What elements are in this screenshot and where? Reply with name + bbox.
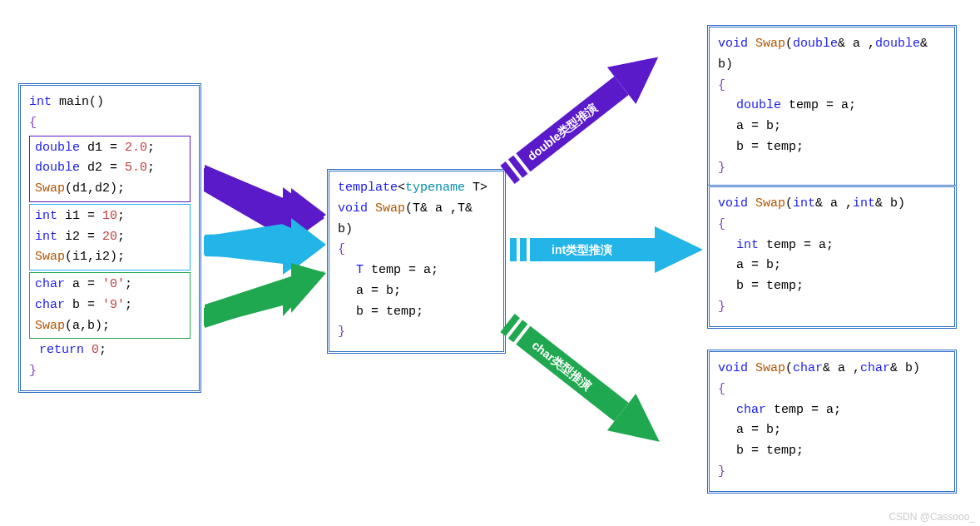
char-group: char a = '0'; char b = '9'; Swap(a,b); (29, 272, 191, 339)
svg-marker-3 (204, 266, 324, 330)
c-line3: a = b; (718, 420, 946, 441)
clean-left-arrows (205, 165, 326, 328)
svg-marker-18 (607, 394, 674, 460)
return-line: return 0; (29, 340, 191, 361)
line-d2: double d2 = 5.0; (35, 158, 185, 179)
tmpl-line5: b = temp; (338, 302, 495, 323)
line-a: char a = '0'; (35, 275, 185, 295)
double-group: double d1 = 2.0; double d2 = 5.0; Swap(d… (29, 136, 191, 202)
main-decl: int main() (29, 92, 191, 113)
tmpl-line1: template<typename T> (338, 178, 495, 199)
svg-rect-13 (530, 238, 655, 261)
c-line2: char temp = a; (718, 400, 946, 421)
label-int: int类型推演 (552, 243, 612, 256)
tmpl-line2: void Swap(T& a ,T& b) (338, 199, 495, 241)
c-line1: void Swap(char& a ,char& b) (718, 359, 946, 380)
arrow-green-left-redraw (204, 266, 324, 330)
svg-marker-10 (607, 38, 673, 104)
brace-open: { (338, 240, 495, 261)
line-swap-i: Swap(i1,i2); (35, 247, 185, 268)
brace-open: { (718, 215, 946, 236)
arrow-purple-right: double类型推演 (493, 38, 673, 193)
line-d1: double d1 = 2.0; (35, 138, 185, 159)
svg-rect-9 (516, 77, 628, 171)
line-i1: int i1 = 10; (35, 206, 185, 227)
line-swap-c: Swap(a,b); (35, 316, 185, 337)
brace-open: { (29, 113, 191, 134)
i-line4: b = temp; (718, 276, 946, 297)
label-char: char类型推演 (530, 338, 594, 392)
d-line4: b = temp; (718, 137, 946, 158)
brace-close: } (29, 361, 191, 382)
svg-rect-8 (508, 156, 528, 178)
tmpl-line4: a = b; (338, 281, 495, 302)
c-line4: b = temp; (718, 441, 946, 462)
d-line3: a = b; (718, 117, 946, 137)
watermark: CSDN @Cassooo_ (888, 511, 975, 523)
svg-rect-17 (516, 326, 628, 421)
int-group: int i1 = 10; int i2 = 20; Swap(i1,i2); (29, 204, 191, 270)
line-i2: int i2 = 20; (35, 227, 185, 248)
line-swap-d: Swap(d1,d2); (35, 179, 185, 200)
svg-marker-6 (205, 263, 326, 328)
i-line3: a = b; (718, 256, 946, 276)
svg-marker-5 (205, 218, 326, 271)
tmpl-line3: T temp = a; (338, 261, 495, 281)
template-code-box: template<typename T> void Swap(T& a ,T& … (327, 169, 506, 354)
brace-close: } (718, 158, 946, 179)
brace-close: } (718, 297, 946, 318)
d-line1: void Swap(double& a ,double& b) (718, 34, 946, 76)
label-double: double类型推演 (525, 101, 600, 163)
main-fn: main (59, 95, 89, 109)
brace-open: { (718, 76, 946, 97)
svg-marker-0 (204, 168, 324, 248)
arrow-cyan-left (204, 213, 324, 275)
brace-open: { (718, 380, 946, 400)
int-swap-box: void Swap(int& a ,int& b) { int temp = a… (707, 185, 957, 329)
svg-marker-1 (204, 213, 324, 275)
line-b: char b = '9'; (35, 295, 185, 316)
kw-int: int (29, 95, 52, 109)
svg-rect-11 (510, 238, 517, 261)
svg-rect-12 (520, 238, 527, 261)
i-line1: void Swap(int& a ,int& b) (718, 194, 946, 215)
brace-close: } (718, 462, 946, 483)
main-code-box: int main() { double d1 = 2.0; double d2 … (18, 83, 201, 393)
svg-marker-2 (204, 271, 324, 326)
char-swap-box: void Swap(char& a ,char& b) { char temp … (707, 350, 957, 494)
arrow-cyan-right: int类型推演 (510, 226, 703, 273)
arrow-green-left (204, 271, 324, 326)
brace-close: } (338, 322, 495, 343)
svg-marker-14 (655, 226, 703, 273)
i-line2: int temp = a; (718, 236, 946, 256)
svg-rect-16 (508, 320, 528, 342)
arrow-green-right: char类型推演 (493, 305, 674, 460)
arrow-purple-left (204, 168, 324, 248)
svg-marker-4 (205, 165, 326, 241)
double-swap-box: void Swap(double& a ,double& b) { double… (707, 25, 957, 189)
d-line2: double temp = a; (718, 96, 946, 117)
